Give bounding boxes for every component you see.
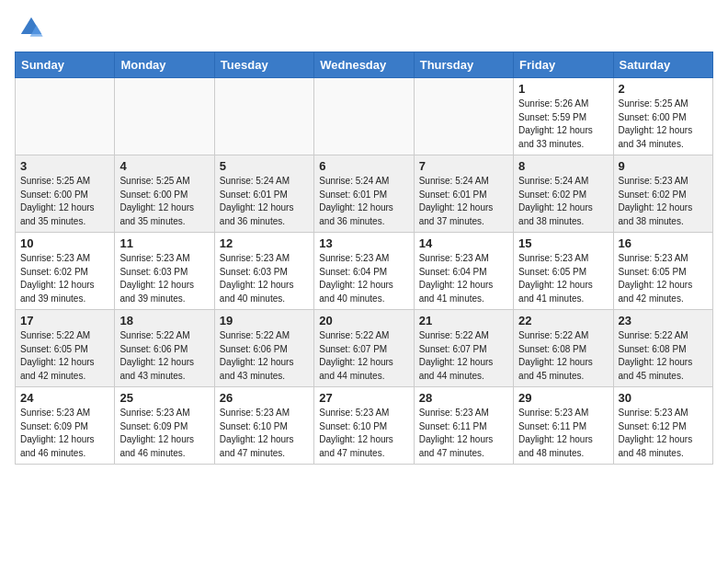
calendar-cell: 8Sunrise: 5:24 AMSunset: 6:02 PMDaylight…	[514, 155, 613, 233]
calendar-week-1: 1Sunrise: 5:26 AMSunset: 5:59 PMDaylight…	[16, 78, 713, 155]
calendar-week-3: 10Sunrise: 5:23 AMSunset: 6:02 PMDayligh…	[16, 233, 713, 310]
day-number: 16	[619, 236, 708, 250]
logo	[15, 15, 44, 40]
calendar-cell: 18Sunrise: 5:22 AMSunset: 6:06 PMDayligh…	[115, 310, 214, 387]
calendar-cell: 5Sunrise: 5:24 AMSunset: 6:01 PMDaylight…	[214, 155, 313, 233]
calendar-week-5: 24Sunrise: 5:23 AMSunset: 6:09 PMDayligh…	[16, 387, 713, 465]
day-info: Sunrise: 5:23 AMSunset: 6:09 PMDaylight:…	[119, 407, 209, 460]
column-header-monday: Monday	[115, 52, 214, 78]
day-info: Sunrise: 5:23 AMSunset: 6:03 PMDaylight:…	[220, 252, 309, 305]
day-number: 1	[518, 82, 608, 96]
day-info: Sunrise: 5:24 AMSunset: 6:02 PMDaylight:…	[518, 175, 608, 228]
day-info: Sunrise: 5:23 AMSunset: 6:02 PMDaylight:…	[619, 175, 708, 228]
day-number: 25	[119, 391, 209, 405]
day-number: 24	[20, 391, 109, 405]
day-number: 22	[518, 314, 608, 327]
day-info: Sunrise: 5:25 AMSunset: 6:00 PMDaylight:…	[20, 175, 109, 228]
day-info: Sunrise: 5:23 AMSunset: 6:05 PMDaylight:…	[518, 252, 608, 305]
calendar-cell: 10Sunrise: 5:23 AMSunset: 6:02 PMDayligh…	[16, 233, 115, 310]
day-number: 13	[319, 236, 408, 250]
day-info: Sunrise: 5:24 AMSunset: 6:01 PMDaylight:…	[220, 175, 309, 228]
calendar-cell: 3Sunrise: 5:25 AMSunset: 6:00 PMDaylight…	[16, 155, 115, 233]
day-info: Sunrise: 5:23 AMSunset: 6:10 PMDaylight:…	[319, 407, 408, 460]
day-number: 17	[20, 314, 109, 327]
day-info: Sunrise: 5:24 AMSunset: 6:01 PMDaylight:…	[419, 175, 508, 228]
calendar-cell: 2Sunrise: 5:25 AMSunset: 6:00 PMDaylight…	[613, 78, 712, 155]
calendar-cell: 29Sunrise: 5:23 AMSunset: 6:11 PMDayligh…	[514, 387, 613, 465]
day-info: Sunrise: 5:23 AMSunset: 6:03 PMDaylight:…	[119, 252, 209, 305]
day-info: Sunrise: 5:23 AMSunset: 6:09 PMDaylight:…	[20, 407, 109, 460]
calendar-cell: 6Sunrise: 5:24 AMSunset: 6:01 PMDaylight…	[314, 155, 414, 233]
calendar-cell: 13Sunrise: 5:23 AMSunset: 6:04 PMDayligh…	[314, 233, 414, 310]
day-number: 11	[119, 236, 209, 250]
calendar-week-4: 17Sunrise: 5:22 AMSunset: 6:05 PMDayligh…	[16, 310, 713, 387]
calendar-cell: 24Sunrise: 5:23 AMSunset: 6:09 PMDayligh…	[16, 387, 115, 465]
calendar-cell: 21Sunrise: 5:22 AMSunset: 6:07 PMDayligh…	[414, 310, 513, 387]
day-number: 10	[20, 236, 109, 250]
day-info: Sunrise: 5:22 AMSunset: 6:08 PMDaylight:…	[518, 329, 608, 383]
calendar-cell	[16, 78, 115, 155]
day-info: Sunrise: 5:23 AMSunset: 6:11 PMDaylight:…	[518, 407, 608, 460]
day-number: 8	[518, 159, 608, 173]
calendar-cell: 30Sunrise: 5:23 AMSunset: 6:12 PMDayligh…	[613, 387, 712, 465]
calendar-cell: 11Sunrise: 5:23 AMSunset: 6:03 PMDayligh…	[115, 233, 214, 310]
calendar-cell: 19Sunrise: 5:22 AMSunset: 6:06 PMDayligh…	[214, 310, 313, 387]
day-number: 18	[119, 314, 209, 327]
day-number: 30	[619, 391, 708, 405]
day-info: Sunrise: 5:25 AMSunset: 6:00 PMDaylight:…	[619, 98, 708, 151]
day-number: 7	[419, 159, 508, 173]
day-number: 9	[619, 159, 708, 173]
calendar-cell: 1Sunrise: 5:26 AMSunset: 5:59 PMDaylight…	[514, 78, 613, 155]
calendar-cell: 28Sunrise: 5:23 AMSunset: 6:11 PMDayligh…	[414, 387, 513, 465]
column-header-sunday: Sunday	[16, 52, 115, 78]
day-number: 20	[319, 314, 408, 327]
calendar-cell: 17Sunrise: 5:22 AMSunset: 6:05 PMDayligh…	[16, 310, 115, 387]
day-number: 12	[220, 236, 309, 250]
column-header-saturday: Saturday	[613, 52, 712, 78]
calendar-cell: 22Sunrise: 5:22 AMSunset: 6:08 PMDayligh…	[514, 310, 613, 387]
day-number: 2	[619, 82, 708, 96]
column-header-thursday: Thursday	[414, 52, 513, 78]
day-number: 29	[518, 391, 608, 405]
day-number: 6	[319, 159, 408, 173]
day-number: 14	[419, 236, 508, 250]
day-info: Sunrise: 5:25 AMSunset: 6:00 PMDaylight:…	[119, 175, 209, 228]
calendar-cell: 20Sunrise: 5:22 AMSunset: 6:07 PMDayligh…	[314, 310, 414, 387]
calendar-cell	[115, 78, 214, 155]
day-number: 3	[20, 159, 109, 173]
day-info: Sunrise: 5:23 AMSunset: 6:12 PMDaylight:…	[619, 407, 708, 460]
calendar-cell: 16Sunrise: 5:23 AMSunset: 6:05 PMDayligh…	[613, 233, 712, 310]
day-info: Sunrise: 5:22 AMSunset: 6:05 PMDaylight:…	[20, 329, 109, 383]
calendar-header-row: SundayMondayTuesdayWednesdayThursdayFrid…	[16, 52, 713, 78]
day-info: Sunrise: 5:23 AMSunset: 6:05 PMDaylight:…	[619, 252, 708, 305]
day-number: 15	[518, 236, 608, 250]
day-info: Sunrise: 5:26 AMSunset: 5:59 PMDaylight:…	[518, 98, 608, 151]
day-info: Sunrise: 5:24 AMSunset: 6:01 PMDaylight:…	[319, 175, 408, 228]
calendar-cell: 23Sunrise: 5:22 AMSunset: 6:08 PMDayligh…	[613, 310, 712, 387]
column-header-wednesday: Wednesday	[314, 52, 414, 78]
day-info: Sunrise: 5:22 AMSunset: 6:07 PMDaylight:…	[419, 329, 508, 383]
day-info: Sunrise: 5:22 AMSunset: 6:07 PMDaylight:…	[319, 329, 408, 383]
logo-icon	[18, 15, 44, 40]
day-number: 26	[220, 391, 309, 405]
day-info: Sunrise: 5:23 AMSunset: 6:02 PMDaylight:…	[20, 252, 109, 305]
day-number: 4	[119, 159, 209, 173]
day-info: Sunrise: 5:23 AMSunset: 6:04 PMDaylight:…	[319, 252, 408, 305]
calendar-cell: 27Sunrise: 5:23 AMSunset: 6:10 PMDayligh…	[314, 387, 414, 465]
calendar-cell	[414, 78, 513, 155]
day-number: 27	[319, 391, 408, 405]
day-info: Sunrise: 5:22 AMSunset: 6:06 PMDaylight:…	[119, 329, 209, 383]
column-header-tuesday: Tuesday	[214, 52, 313, 78]
calendar-cell	[314, 78, 414, 155]
calendar-cell: 4Sunrise: 5:25 AMSunset: 6:00 PMDaylight…	[115, 155, 214, 233]
page-header	[15, 15, 713, 40]
day-number: 21	[419, 314, 508, 327]
day-info: Sunrise: 5:23 AMSunset: 6:10 PMDaylight:…	[220, 407, 309, 460]
day-info: Sunrise: 5:23 AMSunset: 6:04 PMDaylight:…	[419, 252, 508, 305]
day-info: Sunrise: 5:22 AMSunset: 6:06 PMDaylight:…	[220, 329, 309, 383]
column-header-friday: Friday	[514, 52, 613, 78]
day-number: 19	[220, 314, 309, 327]
calendar-cell: 25Sunrise: 5:23 AMSunset: 6:09 PMDayligh…	[115, 387, 214, 465]
day-info: Sunrise: 5:22 AMSunset: 6:08 PMDaylight:…	[619, 329, 708, 383]
calendar-cell: 14Sunrise: 5:23 AMSunset: 6:04 PMDayligh…	[414, 233, 513, 310]
